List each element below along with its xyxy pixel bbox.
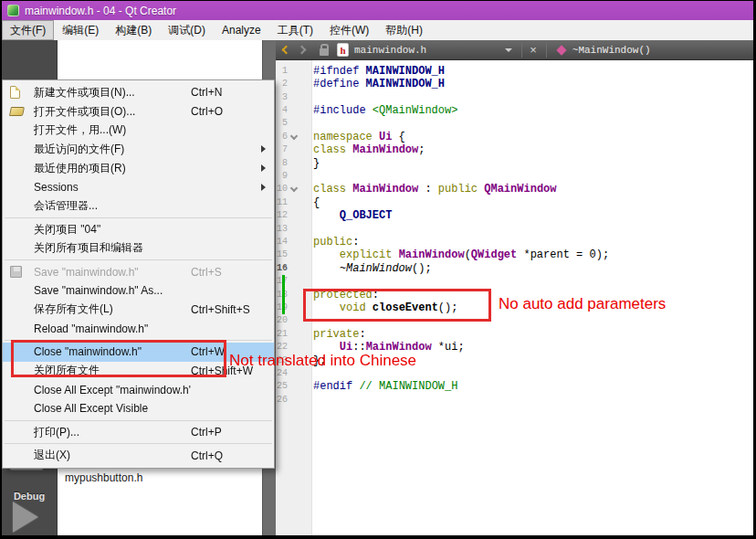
fold-marker-icon[interactable] xyxy=(290,132,298,140)
line-number[interactable]: 9 xyxy=(276,170,288,183)
code-text: private: xyxy=(313,328,366,341)
change-marker xyxy=(282,275,285,288)
menu-item-5[interactable]: 最近使用的项目(R) xyxy=(3,159,274,178)
code-text: class MainWindow; xyxy=(313,143,425,156)
line-number[interactable]: 25 xyxy=(276,380,288,393)
menu-item-6[interactable]: Sessions xyxy=(3,177,274,196)
menu-item-19[interactable]: Close All Except "mainwindow.h" xyxy=(3,380,274,399)
menu-item-1[interactable]: 新建文件或项目(N)...Ctrl+N xyxy=(3,83,274,102)
code-token: QMainWindow xyxy=(484,183,556,196)
change-marker xyxy=(282,289,285,301)
menu-item-12[interactable]: Save "mainwindow.h"Ctrl+S xyxy=(3,262,274,281)
code-line-13[interactable]: 13 xyxy=(276,223,753,236)
code-line-17[interactable]: 17 xyxy=(276,275,753,288)
code-line-8[interactable]: 8} xyxy=(276,157,753,170)
change-marker xyxy=(282,301,285,314)
menubar-item-3[interactable]: 构建(B) xyxy=(107,20,160,40)
code-line-14[interactable]: 14public: xyxy=(276,236,753,248)
line-number[interactable]: 16 xyxy=(276,262,288,275)
code-token: MainWindow xyxy=(352,143,418,156)
menu-item-9[interactable]: 关闭项目 "04" xyxy=(3,220,274,239)
menubar-item-8[interactable]: 帮助(H) xyxy=(377,20,431,40)
line-number[interactable]: 11 xyxy=(276,196,288,209)
code-line-15[interactable]: 15 explicit MainWindow(QWidget *parent =… xyxy=(276,248,753,261)
code-line-7[interactable]: 7class MainWindow; xyxy=(276,143,753,156)
code-text: Q_OBJECT xyxy=(313,209,392,222)
menubar-item-6[interactable]: 工具(T) xyxy=(269,20,321,40)
code-line-16[interactable]: 16 ~MainWindow(); xyxy=(276,262,753,275)
code-line-11[interactable]: 11{ xyxy=(276,196,753,209)
annotation-note-code: No auto add parameters xyxy=(499,295,666,313)
menubar-item-1[interactable]: 文件(F) xyxy=(2,20,54,40)
code-token: private xyxy=(313,328,359,341)
code-line-25[interactable]: 25#endif // MAINWINDOW_H xyxy=(276,380,753,393)
open-file-name[interactable]: mainwindow.h xyxy=(354,45,426,56)
code-line-26[interactable]: 26 xyxy=(276,394,753,407)
line-number[interactable]: 4 xyxy=(276,104,288,117)
menubar-item-5[interactable]: Analyze xyxy=(214,20,269,40)
menu-item-14[interactable]: 保存所有文件(L)Ctrl+Shift+S xyxy=(3,301,274,320)
line-number[interactable]: 1 xyxy=(276,65,288,78)
line-number[interactable]: 5 xyxy=(276,117,288,130)
code-line-4[interactable]: 4#include <QMainWindow> xyxy=(276,104,753,117)
back-button[interactable] xyxy=(276,40,289,60)
menubar-item-4[interactable]: 调试(D) xyxy=(160,20,214,40)
submenu-arrow-icon xyxy=(261,184,266,191)
menu-item-shortcut: Ctrl+Q xyxy=(191,449,274,462)
code-line-3[interactable]: 3 xyxy=(276,91,753,104)
line-number[interactable]: 13 xyxy=(276,223,288,236)
file-dropdown-arrow-icon[interactable] xyxy=(505,48,512,52)
code-line-1[interactable]: 1#ifndef MAINWINDOW_H xyxy=(276,65,753,78)
menu-item-22[interactable]: 打印(P)...Ctrl+P xyxy=(3,423,274,442)
menubar-item-7[interactable]: 控件(W) xyxy=(321,20,377,40)
open-folder-icon xyxy=(10,107,34,116)
line-number[interactable]: 26 xyxy=(276,394,288,407)
code-token: { xyxy=(392,131,404,143)
menu-item-3[interactable]: 打开文件，用...(W) xyxy=(3,121,274,140)
line-number[interactable]: 3 xyxy=(276,91,288,104)
open-folder-icon-glyph xyxy=(9,107,25,116)
code-text: explicit MainWindow(QWidget *parent = 0)… xyxy=(313,248,609,261)
menu-item-10[interactable]: 关闭所有项目和编辑器 xyxy=(3,239,274,259)
line-number[interactable]: 2 xyxy=(276,78,288,90)
menu-item-24[interactable]: 退出(X)Ctrl+Q xyxy=(3,446,274,465)
code-line-12[interactable]: 12 Q_OBJECT xyxy=(276,209,753,222)
current-symbol-selector[interactable]: ~MainWindow() xyxy=(572,45,651,56)
menu-item-13[interactable]: Save "mainwindow.h" As... xyxy=(3,281,274,301)
editor-toolbar: h mainwindow.h × ~MainWindow() xyxy=(276,40,753,60)
code-token xyxy=(313,209,340,222)
code-line-6[interactable]: 6namespace Ui { xyxy=(276,131,753,143)
menu-item-7[interactable]: 会话管理器... xyxy=(3,196,274,216)
code-line-9[interactable]: 9 xyxy=(276,170,753,183)
line-number[interactable]: 7 xyxy=(276,143,288,156)
menu-item-20[interactable]: Close All Except Visible xyxy=(3,399,274,418)
menu-item-label: 打开文件或项目(O)... xyxy=(34,104,191,120)
code-line-5[interactable]: 5 xyxy=(276,117,753,130)
title-bar[interactable]: mainwindow.h - 04 - Qt Creator xyxy=(2,1,753,20)
run-button[interactable] xyxy=(13,502,46,534)
menu-item-4[interactable]: 最近访问的文件(F) xyxy=(3,140,274,159)
menu-item-15[interactable]: Reload "mainwindow.h" xyxy=(3,319,274,338)
menubar-item-2[interactable]: 编辑(E) xyxy=(54,20,107,40)
code-line-2[interactable]: 2#define MAINWINDOW_H xyxy=(276,78,753,90)
code-token: ; xyxy=(418,143,425,156)
menu-separator xyxy=(5,217,272,218)
forward-button[interactable] xyxy=(289,40,305,60)
line-number[interactable]: 15 xyxy=(276,248,288,261)
file-list-item[interactable]: mypushbutton.h xyxy=(58,470,263,485)
toolbar-separator xyxy=(521,43,522,58)
close-document-button[interactable]: × xyxy=(530,44,537,56)
line-number[interactable]: 14 xyxy=(276,236,288,248)
line-number[interactable]: 8 xyxy=(276,157,288,170)
code-token xyxy=(392,248,398,261)
line-number[interactable]: 20 xyxy=(276,314,288,327)
line-number[interactable]: 12 xyxy=(276,209,288,222)
line-number[interactable]: 6 xyxy=(276,131,288,143)
code-line-21[interactable]: 21private: xyxy=(276,328,753,341)
line-number[interactable]: 21 xyxy=(276,328,288,341)
line-number[interactable]: 10 xyxy=(276,183,288,196)
code-line-10[interactable]: 10class MainWindow : public QMainWindow xyxy=(276,183,753,196)
code-token: : xyxy=(352,236,359,248)
fold-marker-icon[interactable] xyxy=(290,185,298,192)
menu-item-2[interactable]: 打开文件或项目(O)...Ctrl+O xyxy=(3,102,274,122)
